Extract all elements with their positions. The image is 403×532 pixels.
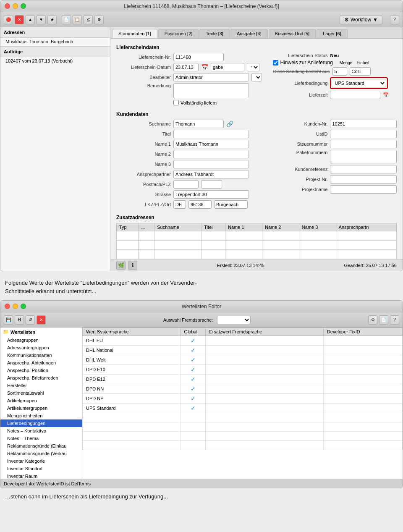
w2-doc-btn[interactable]: 📄	[379, 315, 388, 325]
toolbar-btn-up[interactable]: ▲	[26, 15, 35, 24]
w2-sidebar-inventar-kategorie[interactable]: Inventar Kategorie	[0, 457, 82, 465]
sendung-einheit[interactable]	[350, 67, 371, 76]
toolbar-btn-close[interactable]: ✕	[15, 15, 24, 24]
w2-sidebar-adressgruppen[interactable]: Adressgruppen	[0, 336, 82, 344]
vollstaendig-checkbox[interactable]	[173, 100, 179, 105]
sendung-menge[interactable]	[332, 67, 347, 76]
w2-root-label: Wertelisten	[10, 330, 35, 335]
hinweis-checkbox[interactable]	[273, 60, 278, 66]
tab-stammdaten[interactable]: Stammdaten [1]	[112, 29, 157, 38]
col-typ: Typ	[117, 223, 139, 231]
toolbar-btn-doc1[interactable]: 📄	[62, 15, 71, 24]
calendar-icon[interactable]: 📅	[201, 64, 208, 71]
lieferschein-datum-select[interactable]: ▼	[247, 63, 259, 71]
name3-input[interactable]	[173, 160, 249, 168]
lkz-input[interactable]	[173, 200, 186, 209]
suchname-input[interactable]	[173, 120, 224, 128]
w2-sidebar-inventar-raum[interactable]: Inventar Raum	[0, 472, 82, 479]
tab-texte[interactable]: Texte [3]	[199, 29, 230, 38]
w2-sidebar-sortimentauswahl[interactable]: Sortimentauswahl	[0, 389, 82, 397]
plz-input[interactable]	[201, 180, 222, 189]
toolbar-btn-print[interactable]: 🖨	[84, 15, 93, 24]
toolbar-btn-star[interactable]: ★	[47, 15, 57, 24]
w2-sidebar-ansprechp-position[interactable]: Ansprechp. Position	[0, 367, 82, 374]
name1-input[interactable]	[173, 140, 249, 148]
name2-input[interactable]	[173, 150, 249, 158]
lieferzeit-input[interactable]	[330, 91, 380, 99]
w2-sidebar-kommunikationsarten[interactable]: Kommunikationsarten	[0, 351, 82, 359]
link-icon[interactable]: 🔗	[226, 121, 233, 127]
toolbar-btn-help[interactable]: ?	[390, 15, 399, 24]
cell-ersatz	[206, 346, 324, 355]
titel-row: Titel	[116, 130, 264, 138]
bottom-maximize-button[interactable]	[21, 304, 26, 309]
w2-sidebar-ansprechp-abteilungen[interactable]: Ansprechp. Abteilungen	[0, 359, 82, 367]
strasse-input[interactable]	[173, 190, 249, 199]
cell-global: ✓	[181, 394, 206, 404]
titel-input[interactable]	[173, 130, 249, 138]
w2-sidebar-ansprechp-briefanreden[interactable]: Ansprechp. Briefanreden	[0, 374, 82, 382]
close-button[interactable]	[5, 3, 10, 9]
kundenreferenz-input[interactable]	[330, 165, 397, 173]
steuernummer-input[interactable]	[330, 140, 397, 148]
sidebar-item-adresse[interactable]: Musikhaus Thomann, Burgebach	[0, 38, 110, 45]
w2-close-btn[interactable]: ✕	[37, 315, 46, 325]
w2-sidebar-notes-kontakttyp[interactable]: Notes – Kontakttyp	[0, 427, 82, 435]
projektname-input[interactable]	[330, 185, 397, 194]
window-title: Lieferschein 111468, Musikhaus Thomann –…	[124, 3, 279, 9]
ustid-input[interactable]	[330, 130, 397, 138]
toolbar-btn-doc2[interactable]: 📋	[73, 15, 82, 24]
ansprechpartner-input[interactable]	[173, 170, 249, 178]
w2-sidebar-lieferbedingungen[interactable]: Lieferbedingungen	[0, 419, 82, 427]
bearbeiter-input[interactable]	[173, 73, 249, 81]
w2-sidebar-rekl-einkau[interactable]: Reklamationsgründe (Einkau	[0, 442, 82, 450]
lieferschein-nr-input[interactable]	[173, 53, 224, 61]
cell-wert: DHL National	[83, 346, 181, 355]
w2-sidebar-hersteller[interactable]: Hersteller	[0, 382, 82, 389]
sidebar-item-auftrag[interactable]: 102407 vom 23.07.13 (Verbucht)	[0, 57, 110, 65]
bottom-minimize-button[interactable]	[13, 304, 18, 309]
table-row: DHL Welt ✓	[83, 355, 403, 365]
w2-sidebar-artikelgruppen[interactable]: Artikelgruppen	[0, 397, 82, 404]
toolbar-btn-down[interactable]: ▼	[37, 15, 46, 24]
w2-sidebar-inventar-standort[interactable]: Inventar Standort	[0, 465, 82, 472]
w2-save-btn[interactable]: 💾	[4, 315, 13, 325]
tab-ausgabe[interactable]: Ausgabe [4]	[230, 29, 268, 38]
w2-main: 📁 Wertelisten Adressgruppen Adressunterg…	[0, 328, 403, 479]
w2-help-btn[interactable]: ?	[390, 315, 399, 325]
erstellt-label: Erstellt:	[217, 263, 233, 268]
postfach-input[interactable]	[173, 180, 199, 189]
bearbeiter-select[interactable]: ▼	[251, 73, 262, 81]
tab-lager[interactable]: Lager [6]	[317, 29, 347, 38]
plz2-input[interactable]	[188, 200, 212, 209]
w2-sidebar-notes-thema[interactable]: Notes – Thema	[0, 435, 82, 442]
toolbar-btn-1[interactable]: 🔴	[4, 15, 13, 24]
minimize-button[interactable]	[13, 3, 18, 9]
projektnr-input[interactable]	[330, 175, 397, 183]
bemerkung-textarea[interactable]	[173, 83, 249, 98]
tab-positionen[interactable]: Positionen [2]	[158, 29, 199, 38]
status-icon-1[interactable]: 🌿	[116, 261, 126, 270]
paketnummern-textarea[interactable]	[330, 150, 397, 163]
w2-sidebar-rekl-verkau[interactable]: Reklamationsgründe (Verkau	[0, 450, 82, 457]
bottom-close-button[interactable]	[5, 304, 10, 309]
toolbar-btn-settings[interactable]: ⚙	[94, 15, 104, 24]
lieferbedingung-select[interactable]: UPS Standard	[332, 79, 386, 87]
tab-business-unit[interactable]: Business Unit [5]	[269, 29, 316, 38]
w2-sidebar-artikeluntergruppen[interactable]: Artikeluntergruppen	[0, 404, 82, 412]
lieferschein-datum-input[interactable]	[173, 63, 199, 71]
maximize-button[interactable]	[21, 3, 26, 9]
workflow-button[interactable]: ⚙ Workflow ▼	[340, 15, 382, 24]
ort-input[interactable]	[214, 200, 248, 209]
status-icon-2[interactable]: ℹ	[128, 261, 137, 270]
w2-reload-btn[interactable]: ↺	[26, 315, 35, 325]
w2-sidebar-adressuntergruppen[interactable]: Adressuntergruppen	[0, 344, 82, 351]
fremdsprache-select[interactable]	[217, 316, 251, 324]
kundennr-input[interactable]	[330, 120, 397, 128]
calendar-icon2[interactable]: 📅	[383, 92, 389, 98]
table-row: DPD E10 ✓	[83, 365, 403, 375]
w2-header-btn[interactable]: H	[15, 315, 24, 325]
w2-sidebar-mengeneinheiten[interactable]: Mengeneinheiten	[0, 412, 82, 419]
w2-settings-btn[interactable]: ⚙	[368, 315, 377, 325]
lieferschein-datum-extra[interactable]	[211, 63, 244, 71]
